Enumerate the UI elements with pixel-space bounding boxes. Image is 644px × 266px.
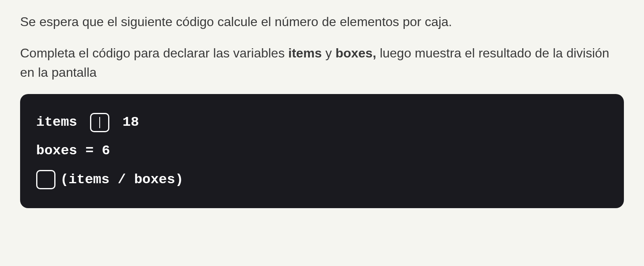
code-text: items xyxy=(36,108,85,137)
code-line-3: (items / boxes) xyxy=(36,166,608,194)
code-block: items 18 boxes = 6 (items / boxes) xyxy=(20,94,624,208)
text-segment: Completa el código para declarar las var… xyxy=(20,46,288,60)
code-text: boxes = 6 xyxy=(36,137,110,165)
bold-boxes: boxes, xyxy=(335,46,376,60)
blank-input-print[interactable] xyxy=(36,170,55,189)
code-text: (items / boxes) xyxy=(60,166,183,194)
code-line-1: items 18 xyxy=(36,108,608,137)
code-line-2: boxes = 6 xyxy=(36,137,608,165)
instruction-paragraph-1: Se espera que el siguiente código calcul… xyxy=(20,12,624,31)
blank-input-assignment[interactable] xyxy=(90,113,109,132)
bold-items: items xyxy=(288,46,322,60)
code-text: 18 xyxy=(114,108,139,137)
text-cursor xyxy=(99,117,100,128)
text-segment: y xyxy=(322,46,336,60)
instruction-paragraph-2: Completa el código para declarar las var… xyxy=(20,43,624,82)
instruction-text: Se espera que el siguiente código calcul… xyxy=(20,12,624,82)
